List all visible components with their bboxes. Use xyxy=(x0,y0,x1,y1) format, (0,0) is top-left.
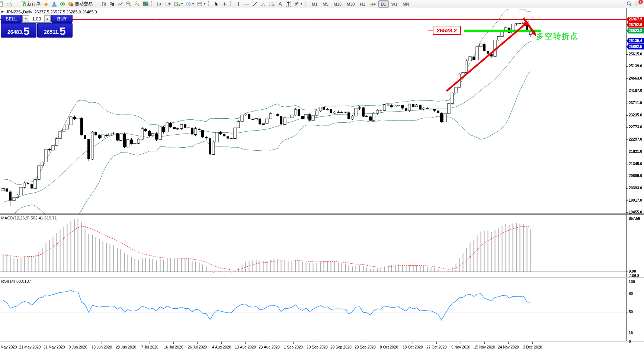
volume-stepper: ▼ 1.00 ▲ xyxy=(22,15,51,23)
terminal-icon[interactable] xyxy=(51,1,58,7)
bar-chart-icon[interactable] xyxy=(100,1,108,7)
tab-timeframe-h4[interactable]: H4 xyxy=(368,0,378,8)
fibonacci-icon[interactable]: F xyxy=(268,1,276,7)
support-price-label[interactable]: 26523.2 xyxy=(433,26,461,35)
vertical-line-icon[interactable] xyxy=(235,1,242,7)
new-order-icon[interactable]: 新订单 xyxy=(19,1,42,7)
dropdown-caret-icon: ▾ xyxy=(181,2,183,6)
toolbar-separator xyxy=(96,1,99,7)
tab-timeframe-w1[interactable]: W1 xyxy=(389,0,400,8)
sell-button[interactable]: SELL xyxy=(1,15,22,23)
indicators-add-icon[interactable]: ▾ xyxy=(173,1,184,7)
periods-icon[interactable]: ▾ xyxy=(185,1,195,7)
price-label-dash xyxy=(428,30,433,30)
tab-timeframe-m30[interactable]: M30 xyxy=(344,0,357,8)
news-icon[interactable] xyxy=(59,1,66,7)
spin-up-icon: ▲ xyxy=(46,17,49,20)
metaeditor-icon[interactable]: ◆ xyxy=(42,1,50,7)
dropdown-caret-icon: ▾ xyxy=(204,2,205,6)
tab-timeframe-m1[interactable]: M1 xyxy=(309,0,320,8)
fibo-letter: F xyxy=(273,4,275,7)
tab-timeframe-m15[interactable]: M15 xyxy=(331,0,344,8)
zoom-in-icon[interactable] xyxy=(125,1,132,7)
volume-value[interactable]: 1.00 xyxy=(29,15,44,22)
arrows-icon[interactable]: ▾ xyxy=(293,1,303,7)
chart-header: ◤ JPN225-,Daily 26377.5 26527.5 26285.0 … xyxy=(1,10,97,14)
label-icon[interactable]: T xyxy=(285,1,292,7)
sell-price: 26483. xyxy=(7,27,23,37)
trendline-icon[interactable] xyxy=(251,1,259,7)
profiles-icon[interactable] xyxy=(5,1,13,7)
chat-icon[interactable]: 1 xyxy=(634,0,642,7)
candlestick-chart-icon[interactable] xyxy=(108,1,116,7)
one-click-trading-panel: SELL ▼ 1.00 ▲ BUY 26483.5 26511.5 xyxy=(1,15,73,38)
auto-trading-label: 自动交易 xyxy=(75,1,93,7)
spin-down-icon: ▼ xyxy=(25,17,27,20)
crosshair-icon[interactable] xyxy=(221,1,228,7)
volume-increase-button[interactable]: ▲ xyxy=(44,15,51,22)
new-order-label: 新订单 xyxy=(27,1,41,7)
tab-timeframe-mn[interactable]: MN xyxy=(400,0,411,8)
notification-badge: 1 xyxy=(638,0,643,4)
buy-button[interactable]: BUY xyxy=(51,15,73,23)
tab-timeframe-m5[interactable]: M5 xyxy=(320,0,331,8)
line-chart-icon[interactable] xyxy=(116,1,124,7)
toolbar-separator xyxy=(151,1,154,7)
toolbar-separator xyxy=(305,1,308,7)
tab-timeframe-h1[interactable]: H1 xyxy=(357,0,368,8)
rsi-indicator-label: RSI(14) 60.0137 xyxy=(1,279,31,283)
zoom-out-icon[interactable] xyxy=(133,1,141,7)
search-icon[interactable] xyxy=(625,0,633,7)
price-chart-canvas[interactable] xyxy=(0,0,644,350)
macd-indicator-label: MACD(12,26,9) 502.41 619.71 xyxy=(1,216,57,220)
cursor-icon[interactable] xyxy=(213,1,220,7)
dropdown-caret-icon: ▾ xyxy=(192,2,194,6)
volume-decrease-button[interactable]: ▼ xyxy=(23,15,29,22)
svg-text:E: E xyxy=(264,4,266,7)
toolbar-separator xyxy=(208,1,211,7)
autotrading-icon[interactable]: 自动交易 xyxy=(67,1,94,7)
chart-symbol-period: JPN225-,Daily xyxy=(6,10,32,14)
sell-price-button[interactable]: 26483.5 xyxy=(1,23,36,38)
turning-point-text[interactable]: 多空转折点 xyxy=(536,31,579,41)
auto-scroll-icon[interactable] xyxy=(156,1,164,7)
toolbar: 新订单 ◆ 自动交易 ▾ ▾ xyxy=(0,0,644,8)
channel-icon[interactable]: E xyxy=(259,1,267,7)
buy-price: 26511. xyxy=(44,27,60,37)
tile-windows-icon[interactable] xyxy=(142,1,150,7)
toolbar-separator xyxy=(230,1,233,7)
tab-timeframe-d1[interactable]: D1 xyxy=(378,0,389,8)
chart-ohlc-readout: 26377.5 26527.5 26285.0 26485.0 xyxy=(34,10,97,14)
chart-shift-icon[interactable] xyxy=(164,1,172,7)
templates-icon[interactable]: ▾ xyxy=(196,1,206,7)
dropdown-caret-icon: ▾ xyxy=(301,2,302,6)
buy-price-button[interactable]: 26511.5 xyxy=(37,23,73,38)
text-icon[interactable]: A xyxy=(276,1,284,7)
toolbar-separator xyxy=(15,1,18,7)
panel-expand-icon[interactable]: ◤ xyxy=(1,10,4,14)
new-chart-icon[interactable] xyxy=(0,1,4,7)
horizontal-line-icon[interactable] xyxy=(243,1,250,7)
